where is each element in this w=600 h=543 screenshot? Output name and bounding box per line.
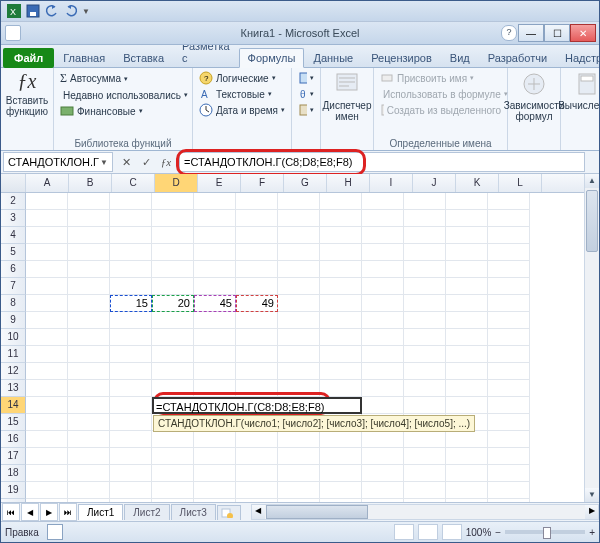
cell[interactable] [320,312,362,329]
cell[interactable] [26,244,68,261]
cell[interactable] [68,261,110,278]
cell[interactable] [278,278,320,295]
cell[interactable] [404,329,446,346]
cell[interactable] [446,295,488,312]
cell[interactable] [110,482,152,499]
cell[interactable] [152,499,194,502]
cell[interactable] [278,380,320,397]
cell[interactable] [110,329,152,346]
cell[interactable] [152,227,194,244]
row-header[interactable]: 16 [1,431,26,448]
spreadsheet-grid[interactable]: ABCDEFGHIJKL 23456781520454991011121314=… [1,174,599,502]
sheet-first-button[interactable]: ⏮ [2,503,20,521]
cell[interactable] [488,448,530,465]
tab-file[interactable]: Файл [3,48,54,68]
sheet-tab-active[interactable]: Лист1 [78,504,123,520]
cell[interactable] [446,261,488,278]
cell[interactable] [194,193,236,210]
cell[interactable] [110,431,152,448]
cell[interactable] [320,295,362,312]
cell[interactable] [320,363,362,380]
cell[interactable] [152,244,194,261]
cell[interactable] [236,380,278,397]
cell[interactable] [26,193,68,210]
cell[interactable] [404,363,446,380]
cell[interactable] [236,193,278,210]
cell[interactable] [488,312,530,329]
cell[interactable] [278,312,320,329]
cell[interactable] [362,448,404,465]
cell[interactable] [236,312,278,329]
cell[interactable] [26,363,68,380]
cell[interactable] [362,312,404,329]
lookup-button[interactable]: ▾ [296,70,316,86]
cell[interactable] [404,227,446,244]
cell[interactable] [446,431,488,448]
cell[interactable] [404,448,446,465]
cell[interactable] [194,210,236,227]
undo-icon[interactable] [44,3,60,19]
column-header[interactable]: G [284,174,327,192]
cell[interactable] [362,499,404,502]
cell[interactable] [488,295,530,312]
row-header[interactable]: 5 [1,244,26,261]
sheet-prev-button[interactable]: ◀ [21,503,39,521]
sheet-tab-3[interactable]: Лист3 [171,504,216,520]
cell[interactable] [362,346,404,363]
cell[interactable] [68,499,110,502]
datetime-button[interactable]: Дата и время ▾ [197,102,287,118]
cell[interactable] [68,244,110,261]
cell[interactable] [278,482,320,499]
cell[interactable] [278,465,320,482]
cell[interactable] [236,278,278,295]
cell[interactable] [446,312,488,329]
cell[interactable] [26,346,68,363]
cell[interactable] [488,397,530,414]
cell[interactable] [278,261,320,278]
row-header[interactable]: 6 [1,261,26,278]
cell[interactable] [68,329,110,346]
cell[interactable] [278,363,320,380]
cell[interactable] [278,499,320,502]
cell[interactable] [488,380,530,397]
cell[interactable] [152,261,194,278]
cell[interactable] [110,227,152,244]
cell[interactable] [362,465,404,482]
minimize-button[interactable]: — [518,24,544,42]
tab-formulas[interactable]: Формулы [239,48,305,68]
cell[interactable] [404,312,446,329]
cell[interactable] [110,210,152,227]
row-header[interactable]: 8 [1,295,26,312]
cell[interactable] [194,227,236,244]
cell[interactable] [446,482,488,499]
cell[interactable] [320,278,362,295]
cell[interactable] [488,482,530,499]
column-header[interactable]: A [26,174,69,192]
cell[interactable] [446,193,488,210]
cell[interactable] [320,499,362,502]
cell[interactable] [236,346,278,363]
cell[interactable] [110,499,152,502]
cell[interactable] [278,193,320,210]
cell[interactable] [404,499,446,502]
cell[interactable] [278,346,320,363]
cell[interactable] [152,193,194,210]
column-header[interactable]: D [155,174,198,192]
cell[interactable] [26,278,68,295]
cell[interactable] [362,431,404,448]
cell[interactable] [110,346,152,363]
row-header[interactable]: 19 [1,482,26,499]
help-icon[interactable]: ? [501,25,517,41]
cell[interactable] [194,278,236,295]
cell[interactable] [446,210,488,227]
cell[interactable] [194,499,236,502]
cell[interactable] [404,397,446,414]
cell[interactable] [488,329,530,346]
cell[interactable] [152,363,194,380]
cell[interactable] [194,346,236,363]
cell[interactable] [278,329,320,346]
cell[interactable] [404,295,446,312]
cell[interactable] [362,244,404,261]
view-page-break-button[interactable] [442,524,462,540]
cell[interactable] [362,295,404,312]
